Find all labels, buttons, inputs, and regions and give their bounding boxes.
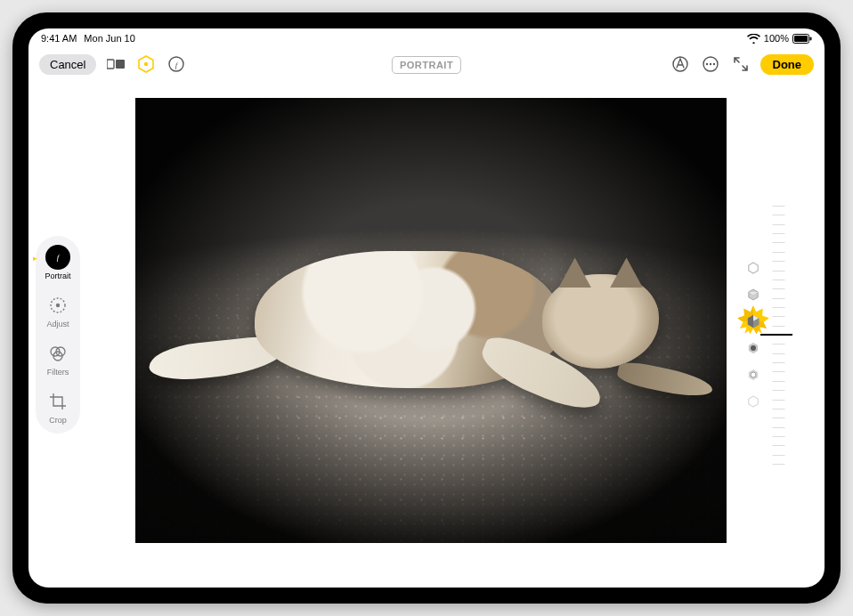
battery-pct: 100%	[764, 33, 789, 44]
lighting-studio[interactable]	[746, 288, 760, 302]
editor-main: ▸ f Portrait Adjust Filters	[28, 82, 825, 588]
depth-f-icon[interactable]: f	[166, 53, 187, 75]
tool-label: Adjust	[46, 320, 69, 328]
lighting-stage-mono[interactable]	[746, 368, 760, 382]
status-date: Mon Jun 10	[84, 33, 134, 44]
svg-marker-30	[749, 396, 758, 407]
slider-thumb[interactable]	[760, 334, 792, 336]
more-icon[interactable]	[700, 53, 721, 75]
lighting-options	[746, 261, 760, 409]
adjust-icon	[45, 293, 70, 318]
svg-point-11	[705, 63, 707, 65]
wifi-icon	[747, 34, 760, 44]
svg-text:f: f	[175, 61, 179, 69]
lighting-high-key[interactable]	[746, 394, 760, 409]
markup-icon[interactable]	[670, 53, 691, 75]
tool-crop[interactable]: Crop	[39, 389, 77, 425]
lighting-contour[interactable]	[744, 312, 761, 329]
ipad-frame: 9:41 AM Mon Jun 10 100% Cancel	[12, 12, 841, 604]
svg-point-27	[751, 345, 756, 351]
editor-toolbar: Cancel f PORTRAIT	[28, 46, 825, 82]
portrait-f-icon: f	[45, 245, 70, 270]
svg-point-29	[751, 372, 756, 377]
photo-canvas[interactable]	[135, 98, 727, 543]
portrait-hex-icon[interactable]	[135, 53, 157, 75]
screen: 9:41 AM Mon Jun 10 100% Cancel	[28, 28, 825, 588]
status-bar: 9:41 AM Mon Jun 10 100%	[28, 28, 825, 46]
fullscreen-icon[interactable]	[730, 53, 751, 75]
lighting-natural[interactable]	[746, 261, 760, 275]
battery-icon	[792, 34, 812, 44]
svg-rect-3	[107, 60, 114, 69]
tool-label: Portrait	[45, 272, 70, 280]
svg-rect-2	[810, 36, 812, 40]
svg-rect-1	[794, 36, 808, 42]
chevron-right-icon: ▸	[33, 254, 37, 263]
edit-mode-rail: ▸ f Portrait Adjust Filters	[36, 236, 80, 434]
lighting-intensity-slider[interactable]	[766, 206, 792, 464]
status-time: 9:41 AM	[41, 33, 77, 44]
svg-point-17	[56, 304, 60, 307]
live-photo-toggle-icon[interactable]	[105, 53, 126, 75]
cancel-button[interactable]: Cancel	[39, 54, 96, 75]
svg-rect-4	[116, 60, 125, 69]
tool-label: Crop	[49, 416, 67, 425]
svg-marker-21	[749, 263, 758, 273]
tool-filters[interactable]: Filters	[39, 341, 77, 377]
status-right: 100%	[747, 33, 812, 44]
done-button[interactable]: Done	[760, 54, 815, 75]
crop-icon	[45, 389, 70, 414]
tool-portrait[interactable]: ▸ f Portrait	[39, 245, 77, 280]
svg-point-6	[144, 62, 148, 66]
status-left: 9:41 AM Mon Jun 10	[41, 33, 135, 44]
mode-badge: PORTRAIT	[392, 56, 461, 74]
lighting-stage[interactable]	[746, 341, 760, 355]
tool-adjust[interactable]: Adjust	[39, 293, 77, 328]
svg-point-12	[709, 63, 711, 65]
svg-point-13	[712, 63, 714, 65]
photo-subject	[159, 231, 692, 427]
filters-icon	[45, 341, 70, 366]
tool-label: Filters	[47, 368, 69, 377]
